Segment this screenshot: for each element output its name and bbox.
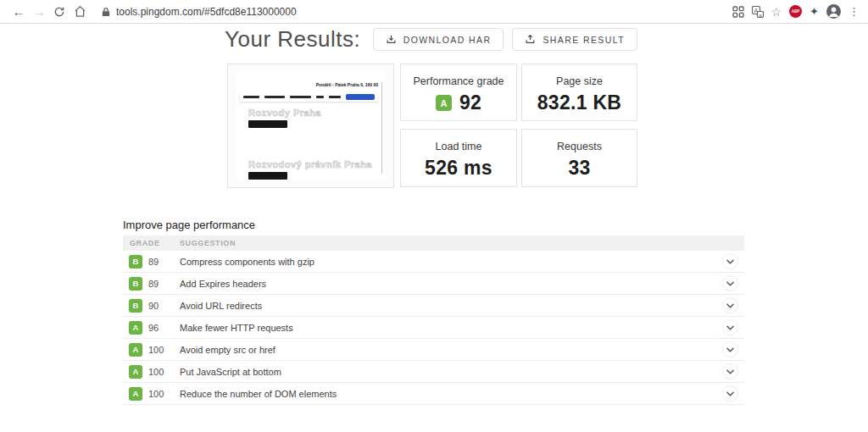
metric-label: Requests	[557, 141, 602, 152]
home-icon[interactable]	[70, 2, 90, 22]
metric-label: Performance grade	[413, 75, 504, 87]
suggestion-text: Reduce the number of DOM elements	[180, 389, 337, 399]
forward-icon[interactable]: →	[29, 2, 49, 22]
mini-page-preview: Pondělí - Pátek Praha 6, 160 00 Rozvody …	[236, 72, 385, 180]
grade-score: 100	[148, 389, 164, 399]
mini-scrollbar	[381, 82, 382, 174]
share-result-button[interactable]: SHARE RESULT	[512, 28, 637, 51]
workspaces-icon[interactable]	[732, 6, 744, 18]
lock-icon	[102, 7, 110, 17]
reload-icon[interactable]	[49, 2, 70, 22]
metric-label: Load time	[436, 141, 482, 152]
expand-row-button[interactable]	[722, 363, 738, 379]
browser-extensions-area: A a ☆ ABP ✦ ⋮	[732, 4, 860, 19]
page-title: Your Results:	[225, 26, 360, 53]
extension-icon[interactable]: ✦	[810, 5, 819, 18]
metric-label: Page size	[556, 75, 603, 87]
grade-score: 90	[148, 301, 159, 311]
grade-score: 100	[148, 367, 164, 377]
table-row: A 100 Reduce the number of DOM elements	[123, 383, 744, 405]
expand-row-button[interactable]	[722, 297, 738, 313]
grade-score: 100	[148, 345, 164, 355]
table-row: A 100 Put JavaScript at bottom	[123, 361, 744, 383]
suggestion-text: Put JavaScript at bottom	[180, 367, 281, 377]
expand-row-button[interactable]	[722, 385, 738, 402]
table-row: A 100 Avoid empty src or href	[123, 339, 744, 361]
grade-badge: B	[129, 255, 142, 269]
metric-value: 92	[459, 91, 481, 114]
url-text[interactable]: tools.pingdom.com/#5dfcd8e113000000	[116, 6, 297, 18]
performance-table: GRADE SUGGESTION B 89 Compress component…	[123, 235, 744, 405]
table-row: B 90 Avoid URL redirects	[123, 295, 744, 317]
page-screenshot-thumbnail: Pondělí - Pátek Praha 6, 160 00 Rozvody …	[227, 64, 394, 188]
requests-card: Requests 33	[521, 129, 637, 187]
grade-badge: A	[129, 343, 142, 357]
metric-value: 33	[568, 157, 590, 180]
suggestion-text: Make fewer HTTP requests	[180, 323, 293, 333]
table-row: B 89 Compress components with gzip	[123, 251, 744, 273]
mini-cta-button-top	[248, 120, 287, 128]
improve-section-heading: Improve page performance	[123, 219, 255, 231]
mini-heading-bottom: Rozvodový právník Praha	[248, 159, 372, 169]
expand-row-button[interactable]	[722, 319, 738, 335]
download-icon	[386, 34, 397, 45]
grade-badge: A	[436, 95, 452, 111]
expand-row-button[interactable]	[722, 275, 738, 291]
expand-row-button[interactable]	[722, 341, 738, 357]
grade-badge: A	[129, 387, 142, 401]
suggestion-text: Avoid empty src or href	[180, 345, 275, 355]
download-har-label: DOWNLOAD HAR	[403, 35, 492, 45]
table-row: B 89 Add Expires headers	[123, 273, 744, 295]
metric-value: 832.1 KB	[537, 91, 622, 114]
translate-icon[interactable]: A a	[752, 6, 764, 18]
address-bar[interactable]: tools.pingdom.com/#5dfcd8e113000000	[102, 6, 732, 18]
share-result-label: SHARE RESULT	[542, 35, 625, 45]
grade-badge: B	[129, 299, 142, 313]
metric-cards: Performance grade A 92 Page size 832.1 K…	[400, 64, 637, 188]
grade-badge: A	[129, 365, 142, 379]
browser-toolbar: ← → tools.pingdom.com/#5dfcd8e113000000	[0, 0, 868, 24]
expand-row-button[interactable]	[722, 253, 738, 269]
load-time-card: Load time 526 ms	[400, 129, 517, 187]
table-body: B 89 Compress components with gzip B 89 …	[123, 251, 744, 405]
mini-heading-top: Rozvody Praha	[248, 108, 321, 118]
grade-score: 89	[148, 279, 159, 289]
mini-phone-button	[346, 94, 375, 100]
suggestion-text: Compress components with gzip	[180, 257, 314, 267]
share-icon	[525, 34, 536, 45]
page: ← → tools.pingdom.com/#5dfcd8e113000000	[0, 0, 868, 432]
mini-address-line: Pondělí - Pátek Praha 6, 160 00	[316, 82, 378, 87]
suggestion-text: Add Expires headers	[180, 279, 266, 289]
profile-avatar[interactable]	[826, 4, 841, 19]
page-size-card: Page size 832.1 KB	[521, 64, 637, 121]
grade-column-header: GRADE	[123, 239, 180, 247]
performance-grade-card: Performance grade A 92	[400, 64, 517, 121]
mini-cta-button-bottom	[248, 172, 287, 180]
grade-badge: B	[129, 277, 142, 291]
table-header: GRADE SUGGESTION	[123, 235, 744, 251]
back-icon[interactable]: ←	[8, 2, 29, 22]
grade-badge: A	[129, 321, 142, 335]
suggestion-column-header: SUGGESTION	[180, 239, 236, 247]
grade-score: 89	[148, 257, 159, 267]
browser-menu-icon[interactable]: ⋮	[849, 5, 860, 18]
metric-value: 526 ms	[425, 157, 492, 180]
grade-score: 96	[148, 323, 159, 333]
adblock-icon[interactable]: ABP	[789, 5, 802, 18]
table-row: A 96 Make fewer HTTP requests	[123, 317, 744, 339]
download-har-button[interactable]: DOWNLOAD HAR	[373, 28, 504, 51]
mini-nav-bar	[240, 92, 378, 102]
bookmark-icon[interactable]: ☆	[771, 5, 782, 19]
suggestion-text: Avoid URL redirects	[180, 301, 262, 311]
